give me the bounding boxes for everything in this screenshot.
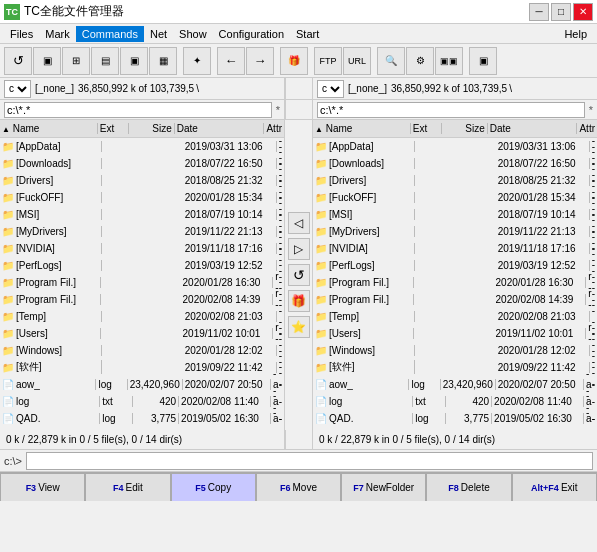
file-row[interactable]: 📁 [Windows] 2020/01/28 12:02 ----: [313, 342, 597, 359]
tb-refresh[interactable]: ↺: [4, 47, 32, 75]
menu-start[interactable]: Start: [290, 26, 325, 42]
right-col-date-header[interactable]: Date: [488, 123, 578, 134]
file-row[interactable]: 📁 [Users] 2019/11/02 10:01 r---: [0, 325, 284, 342]
left-drive-select[interactable]: c: [4, 80, 31, 98]
tb-btn11[interactable]: 🔍: [377, 47, 405, 75]
right-col-attr-header[interactable]: Attr: [577, 123, 597, 134]
tb-btn5[interactable]: ▣: [120, 47, 148, 75]
file-row[interactable]: 📄 aow_ log 23,420,960 2020/02/07 20:50 -…: [0, 376, 284, 393]
left-col-attr-header[interactable]: Attr: [264, 123, 284, 134]
file-row[interactable]: 📁 [Temp] 2020/02/08 21:03 ----: [0, 308, 284, 325]
file-row[interactable]: 📁 [PerfLogs] 2019/03/19 12:52 ----: [313, 257, 597, 274]
file-row[interactable]: 📄 log txt 420 2020/02/08 11:40 -a--: [0, 393, 284, 410]
fn3-view-button[interactable]: F3 View: [0, 473, 85, 501]
file-row[interactable]: 📁 [Users] 2019/11/02 10:01 r---: [313, 325, 597, 342]
menu-commands[interactable]: Commands: [76, 26, 144, 42]
tb-btn7[interactable]: ✦: [183, 47, 211, 75]
right-col-size-header[interactable]: Size: [442, 123, 487, 134]
right-col-name-header[interactable]: ▲ Name: [313, 123, 411, 134]
left-col-ext-header[interactable]: Ext: [98, 123, 130, 134]
tb-btn10[interactable]: URL: [343, 47, 371, 75]
menu-mark[interactable]: Mark: [39, 26, 75, 42]
file-name: 📁 [PerfLogs]: [0, 260, 102, 271]
fn5-copy-button[interactable]: F5 Copy: [171, 473, 256, 501]
file-date: 2020/02/08 14:39: [494, 294, 587, 305]
file-row[interactable]: 📁 [AppData] 2019/03/31 13:06 ----: [313, 138, 597, 155]
menu-help[interactable]: Help: [558, 26, 593, 42]
file-row[interactable]: 📄 log txt 420 2020/02/08 11:40 -a--: [313, 393, 597, 410]
fn6-move-button[interactable]: F6 Move: [256, 473, 341, 501]
tb-btn3[interactable]: ⊞: [62, 47, 90, 75]
file-row[interactable]: 📁 [Program Fil.] 2020/02/08 14:39 r---: [313, 291, 597, 308]
fn7-newfolder-button[interactable]: F7 NewFolder: [341, 473, 426, 501]
menu-show[interactable]: Show: [173, 26, 213, 42]
fn4-num: F4: [113, 483, 124, 493]
left-col-date-header[interactable]: Date: [175, 123, 265, 134]
file-row[interactable]: 📁 [Program Fil.] 2020/01/28 16:30 r---: [313, 274, 597, 291]
file-row[interactable]: 📁 [Drivers] 2018/08/25 21:32 ----: [0, 172, 284, 189]
title-text: TC全能文件管理器: [24, 3, 529, 20]
file-name: 📁 [Downloads]: [313, 158, 415, 169]
tb-btn12[interactable]: ⚙: [406, 47, 434, 75]
file-row[interactable]: 📁 [MSI] 2018/07/19 10:14 ----: [313, 206, 597, 223]
left-col-name-header[interactable]: ▲ Name: [0, 123, 98, 134]
tb-btn6[interactable]: ▦: [149, 47, 177, 75]
file-date: 2020/02/07 20:50: [183, 379, 271, 390]
fn8-delete-button[interactable]: F8 Delete: [426, 473, 511, 501]
file-row[interactable]: 📄 QAD. log 3,775 2019/05/02 16:30 -a--: [0, 410, 284, 427]
copy-left-icon[interactable]: ◁: [288, 212, 310, 234]
left-col-size-header[interactable]: Size: [129, 123, 174, 134]
tb-btn14[interactable]: ▣: [469, 47, 497, 75]
file-row[interactable]: 📁 [MyDrivers] 2019/11/22 21:13 ----: [313, 223, 597, 240]
menu-files[interactable]: Files: [4, 26, 39, 42]
tb-back[interactable]: ←: [217, 47, 245, 75]
tb-btn8[interactable]: 🎁: [280, 47, 308, 75]
file-row[interactable]: 📁 [NVIDIA] 2019/11/18 17:16 ----: [0, 240, 284, 257]
file-date: 2019/11/22 21:13: [183, 226, 277, 237]
file-row[interactable]: 📁 [软件] 2019/09/22 11:42 ----: [0, 359, 284, 376]
file-row[interactable]: 📁 [Program Fil.] 2020/02/08 14:39 r---: [0, 291, 284, 308]
gift-icon[interactable]: 🎁: [288, 290, 310, 312]
file-row[interactable]: 📁 [FuckOFF] 2020/01/28 15:34 ----: [313, 189, 597, 206]
file-row[interactable]: 📁 [Windows] 2020/01/28 12:02 ----: [0, 342, 284, 359]
tb-forward[interactable]: →: [246, 47, 274, 75]
minimize-button[interactable]: ─: [529, 3, 549, 21]
file-row[interactable]: 📁 [软件] 2019/09/22 11:42 ----: [313, 359, 597, 376]
file-size: 3,775: [133, 413, 179, 424]
file-row[interactable]: 📁 [Drivers] 2018/08/25 21:32 ----: [313, 172, 597, 189]
fn8-label: Delete: [461, 482, 490, 493]
altf4-exit-button[interactable]: Alt+F4 Exit: [512, 473, 597, 501]
maximize-button[interactable]: □: [551, 3, 571, 21]
tb-btn2[interactable]: ▣: [33, 47, 61, 75]
star-icon[interactable]: ⭐: [288, 316, 310, 338]
file-row[interactable]: 📁 [Downloads] 2018/07/22 16:50 ----: [313, 155, 597, 172]
file-row[interactable]: 📁 [MSI] 2018/07/19 10:14 ----: [0, 206, 284, 223]
tb-btn9[interactable]: FTP: [314, 47, 342, 75]
file-row[interactable]: 📁 [Program Fil.] 2020/01/28 16:30 r---: [0, 274, 284, 291]
close-button[interactable]: ✕: [573, 3, 593, 21]
right-col-ext-header[interactable]: Ext: [411, 123, 443, 134]
menu-net[interactable]: Net: [144, 26, 173, 42]
right-drive-select[interactable]: c: [317, 80, 344, 98]
right-path-input[interactable]: [317, 102, 585, 118]
file-row[interactable]: 📁 [Downloads] 2018/07/22 16:50 ----: [0, 155, 284, 172]
file-date: 2019/03/19 12:52: [183, 260, 277, 271]
tb-btn4[interactable]: ▤: [91, 47, 119, 75]
file-row[interactable]: 📄 aow_ log 23,420,960 2020/02/07 20:50 -…: [313, 376, 597, 393]
file-row[interactable]: 📁 [FuckOFF] 2020/01/28 15:34 ----: [0, 189, 284, 206]
cmd-input[interactable]: [26, 452, 593, 470]
file-row[interactable]: 📁 [AppData] 2019/03/31 13:06 ----: [0, 138, 284, 155]
left-path-input[interactable]: [4, 102, 272, 118]
file-row[interactable]: 📁 [MyDrivers] 2019/11/22 21:13 ----: [0, 223, 284, 240]
copy-right-icon[interactable]: ▷: [288, 238, 310, 260]
refresh-icon[interactable]: ↺: [288, 264, 310, 286]
file-row[interactable]: 📁 [PerfLogs] 2019/03/19 12:52 ----: [0, 257, 284, 274]
file-date: 2018/07/19 10:14: [183, 209, 277, 220]
tb-btn13[interactable]: ▣▣: [435, 47, 463, 75]
fn4-edit-button[interactable]: F4 Edit: [85, 473, 170, 501]
menu-configuration[interactable]: Configuration: [213, 26, 290, 42]
altf4-num: Alt+F4: [531, 483, 559, 493]
file-row[interactable]: 📄 QAD. log 3,775 2019/05/02 16:30 -a--: [313, 410, 597, 427]
file-row[interactable]: 📁 [NVIDIA] 2019/11/18 17:16 ----: [313, 240, 597, 257]
file-row[interactable]: 📁 [Temp] 2020/02/08 21:03 ----: [313, 308, 597, 325]
